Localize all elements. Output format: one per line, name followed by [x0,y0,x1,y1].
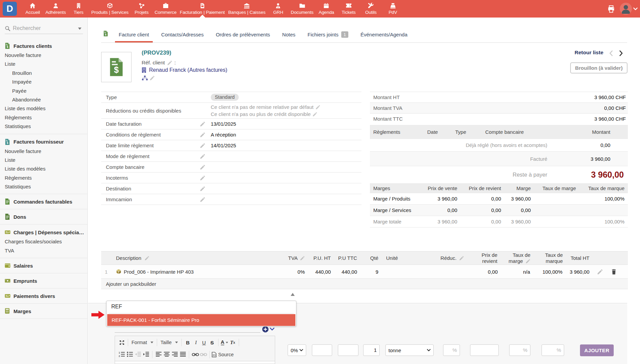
nav-item-documents[interactable]: Documents [291,0,313,18]
nav-item-produits-services[interactable]: Produits | Services [91,0,128,18]
edit-due-date-icon[interactable] [200,143,205,148]
editor-maximize-icon[interactable] [118,338,126,346]
edit-margin-rate-icon[interactable] [526,259,530,264]
edit-description-icon[interactable] [145,256,149,261]
menu-item[interactable]: Liste des modèles [0,164,87,173]
tab-ordres-prelevements[interactable]: Ordres de prélèvements [212,28,274,42]
unit-select[interactable]: tonne [385,344,434,356]
sidebar-search[interactable]: Rechercher [5,24,83,34]
vat-select[interactable]: 0% [288,344,306,356]
edit-immcamion-icon[interactable] [200,197,205,202]
menu-title-factures-fournisseur[interactable]: Factures fournisseur [0,137,87,147]
nav-item-agenda[interactable]: Agenda [319,0,334,18]
nav-item-outils[interactable]: Outils [365,0,377,18]
markup-rate-input[interactable]: % [542,344,564,356]
edit-discount-icon[interactable] [316,105,320,110]
menu-title-commandes-facturables[interactable]: Commandes facturables [0,196,87,207]
nav-item-commerce[interactable]: Commerce [154,0,176,18]
menu-item[interactable]: Nouvelle facture [0,147,87,156]
editor-indent-icon[interactable] [142,351,150,359]
edit-date-icon[interactable] [200,121,205,127]
menu-title-charges[interactable]: Charges | Dépenses spécia… [0,227,87,237]
menu-title-salaires[interactable]: Salaires [0,261,87,271]
nav-item-grh[interactable]: GRH [273,0,283,18]
user-menu-chevron-icon[interactable] [633,7,638,10]
print-icon[interactable] [607,5,615,13]
edit-credit-icon[interactable] [313,112,317,117]
menu-item[interactable]: Impayée [0,78,87,86]
discount-pct-input[interactable]: % [443,344,460,356]
menu-item[interactable]: Payée [0,87,87,95]
previous-record-icon[interactable] [609,50,613,56]
menu-item[interactable]: Brouillon [0,69,87,78]
price-ttc-input[interactable] [338,344,358,356]
edit-incoterms-icon[interactable] [200,175,205,181]
edit-project-icon[interactable] [150,75,155,81]
editor-content-area[interactable] [115,361,275,364]
tab-fichiers-joints[interactable]: Fichiers joints1 [304,28,352,42]
delete-line-icon[interactable] [611,269,617,275]
edit-line-icon[interactable] [597,269,603,275]
next-record-icon[interactable] [619,50,623,56]
editor-underline-button[interactable]: U [200,338,208,346]
editor-strike-button[interactable]: S [208,338,216,346]
menu-item[interactable]: Statistiques [0,122,87,131]
editor-remove-format-button[interactable]: Tx [229,338,237,346]
avatar[interactable] [620,3,632,15]
tab-contacts-adresses[interactable]: Contacts/Adresses [157,28,207,42]
menu-title-paiements-divers[interactable]: Paiements divers [0,291,87,301]
editor-bold-button[interactable]: B [184,338,192,346]
tab-facture-client[interactable]: Facture client [115,28,153,42]
editor-link-icon[interactable] [191,351,199,359]
dropdown-option-ref-pack[interactable]: REF-PACK-001 - Forfait Séminaire Pro [107,314,295,326]
edit-bank-account-icon[interactable] [200,164,205,170]
product-select-chevron-icon[interactable] [270,328,274,331]
editor-format-select[interactable]: Format [130,340,155,345]
menu-item[interactable]: Nouvelle facture [0,51,87,60]
add-line-button[interactable]: AJOUTER [580,344,614,356]
menu-title-factures-clients[interactable]: Factures clients [0,41,87,51]
nav-item-pdv[interactable]: PdV [388,0,397,18]
menu-title-dons[interactable]: Dons [0,212,87,222]
editor-unlink-icon[interactable] [199,351,207,359]
menu-item[interactable]: Abandonnée [0,95,87,104]
editor-outdent-icon[interactable] [134,351,142,359]
search-caret-icon[interactable] [78,27,82,30]
edit-payment-terms-icon[interactable] [200,132,205,138]
editor-align-justify-icon[interactable] [179,351,187,359]
app-logo[interactable]: D [3,2,17,16]
tab-evenements-agenda[interactable]: Événements/Agenda [357,28,411,42]
edit-payment-mode-icon[interactable] [200,154,205,159]
nav-item-tiers[interactable]: Tiers [74,0,84,18]
product-label[interactable]: Prod_006 - Imprimante HP 403 [124,269,194,275]
menu-title-emprunts[interactable]: Emprunts [0,276,87,286]
editor-align-left-icon[interactable] [154,351,163,359]
company-link[interactable]: Renaud Franck (Autres factures) [142,67,227,73]
menu-item[interactable]: Règlements [0,113,87,122]
menu-item[interactable]: Liste [0,60,87,68]
nav-item-accueil[interactable]: Accueil [26,0,40,18]
menu-item[interactable]: Statistiques [0,182,87,191]
edit-discount-col-icon[interactable] [459,256,464,261]
qty-input[interactable]: 1 [363,344,380,356]
add-product-icon[interactable] [262,326,269,333]
menu-item[interactable]: TVA [0,246,87,255]
nav-item-adherents[interactable]: Adhérents [46,0,66,18]
editor-text-color-button[interactable]: A [221,338,229,346]
sitemap-icon[interactable] [142,75,148,81]
menu-item[interactable]: Liste [0,156,87,164]
editor-bullet-list-icon[interactable] [126,351,134,359]
edit-destination-icon[interactable] [200,186,205,191]
nav-item-banques-caisses[interactable]: Banques | Caisses [228,0,266,18]
menu-title-marges[interactable]: Marges [0,306,87,316]
cost-price-input[interactable] [470,344,499,356]
editor-source-button[interactable]: Source [212,351,234,359]
margin-rate-input[interactable]: % [509,344,530,356]
packbuilder-row[interactable]: Ajouter un packbuilder [101,279,628,289]
editor-align-center-icon[interactable] [163,351,171,359]
editor-align-right-icon[interactable] [171,351,179,359]
editor-ordered-list-icon[interactable] [118,351,126,359]
dropdown-search-input[interactable]: REF [109,301,294,313]
nav-item-facturation-paiement[interactable]: Facturation | Paiement [180,0,225,18]
nav-item-tickets[interactable]: Tickets [342,0,356,18]
